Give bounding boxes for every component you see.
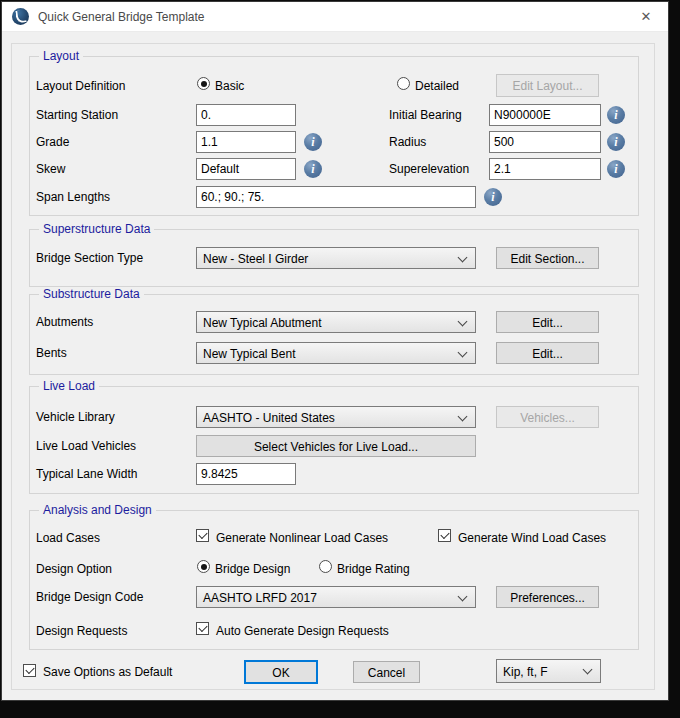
dialog-window: Quick General Bridge Template ✕ Layout S… xyxy=(2,2,668,700)
basic-radio[interactable] xyxy=(197,77,210,90)
app-icon xyxy=(12,8,29,25)
typical-lane-width-label: Typical Lane Width xyxy=(36,467,137,481)
units-combo[interactable]: Kip, ft, F xyxy=(496,659,601,683)
window-title: Quick General Bridge Template xyxy=(38,10,205,24)
superelevation-info-icon[interactable]: i xyxy=(607,160,625,178)
dialog-content: Layout Superstructure Data Substructure … xyxy=(2,32,668,699)
auto-generate-checkbox[interactable] xyxy=(196,622,209,635)
cancel-button[interactable]: Cancel xyxy=(353,661,420,683)
vehicle-library-combo[interactable]: AASHTO - United States xyxy=(196,406,476,428)
radius-label: Radius xyxy=(389,135,426,149)
save-options-checkbox[interactable] xyxy=(23,664,36,677)
basic-radio-label[interactable]: Basic xyxy=(215,79,244,93)
initial-bearing-input[interactable] xyxy=(489,104,601,126)
preferences-button[interactable]: Preferences... xyxy=(496,586,599,608)
initial-bearing-label: Initial Bearing xyxy=(389,108,462,122)
title-bar: Quick General Bridge Template ✕ xyxy=(2,2,668,32)
layout-group-title: Layout xyxy=(39,49,83,63)
close-icon[interactable]: ✕ xyxy=(624,2,668,32)
edit-layout-button: Edit Layout... xyxy=(496,74,599,97)
bridge-design-code-combo[interactable]: AASHTO LRFD 2017 xyxy=(196,586,476,608)
design-requests-label: Design Requests xyxy=(36,624,127,638)
skew-input[interactable] xyxy=(196,158,296,180)
skew-label: Skew xyxy=(36,162,65,176)
starting-station-label: Starting Station xyxy=(36,108,118,122)
abutments-combo[interactable]: New Typical Abutment xyxy=(196,311,476,333)
bridge-rating-radio[interactable] xyxy=(319,560,332,573)
grade-input[interactable] xyxy=(196,131,296,153)
grade-label: Grade xyxy=(36,135,69,149)
bents-label: Bents xyxy=(36,346,67,360)
skew-info-icon[interactable]: i xyxy=(304,160,322,178)
bridge-design-code-label: Bridge Design Code xyxy=(36,590,143,604)
bridge-section-type-combo[interactable]: New - Steel I Girder xyxy=(196,247,476,269)
superelevation-input[interactable] xyxy=(489,158,601,180)
live-load-vehicles-label: Live Load Vehicles xyxy=(36,439,136,453)
typical-lane-width-input[interactable] xyxy=(196,463,296,485)
substructure-group-title: Substructure Data xyxy=(39,287,144,301)
bridge-design-radio[interactable] xyxy=(197,560,210,573)
span-lengths-label: Span Lengths xyxy=(36,190,110,204)
span-lengths-info-icon[interactable]: i xyxy=(484,188,502,206)
analysis-group-title: Analysis and Design xyxy=(39,503,156,517)
generate-nonlinear-checkbox[interactable] xyxy=(196,529,209,542)
vehicles-button: Vehicles... xyxy=(496,406,599,428)
bridge-design-radio-label[interactable]: Bridge Design xyxy=(215,562,290,576)
grade-info-icon[interactable]: i xyxy=(304,133,322,151)
generate-wind-checkbox[interactable] xyxy=(438,529,451,542)
superelevation-label: Superelevation xyxy=(389,162,469,176)
bents-combo[interactable]: New Typical Bent xyxy=(196,342,476,364)
detailed-radio-label[interactable]: Detailed xyxy=(415,79,459,93)
abutments-label: Abutments xyxy=(36,315,93,329)
main-panel: Layout Superstructure Data Substructure … xyxy=(11,43,655,690)
ok-button[interactable]: OK xyxy=(244,660,318,684)
design-option-label: Design Option xyxy=(36,562,112,576)
generate-wind-label[interactable]: Generate Wind Load Cases xyxy=(458,531,606,545)
generate-nonlinear-label[interactable]: Generate Nonlinear Load Cases xyxy=(216,531,388,545)
load-cases-label: Load Cases xyxy=(36,531,100,545)
bridge-rating-radio-label[interactable]: Bridge Rating xyxy=(337,562,410,576)
vehicle-library-label: Vehicle Library xyxy=(36,410,115,424)
superstructure-group-title: Superstructure Data xyxy=(39,222,154,236)
select-vehicles-button[interactable]: Select Vehicles for Live Load... xyxy=(196,435,476,457)
edit-section-button[interactable]: Edit Section... xyxy=(496,247,599,269)
bridge-section-type-label: Bridge Section Type xyxy=(36,251,143,265)
live-load-group-title: Live Load xyxy=(39,379,99,393)
abutments-edit-button[interactable]: Edit... xyxy=(496,311,599,333)
detailed-radio[interactable] xyxy=(397,77,410,90)
span-lengths-input[interactable] xyxy=(196,186,476,208)
layout-definition-label: Layout Definition xyxy=(36,79,125,93)
save-options-label[interactable]: Save Options as Default xyxy=(43,665,172,679)
starting-station-input[interactable] xyxy=(196,104,296,126)
radius-input[interactable] xyxy=(489,131,601,153)
auto-generate-label[interactable]: Auto Generate Design Requests xyxy=(216,624,389,638)
radius-info-icon[interactable]: i xyxy=(607,133,625,151)
initial-bearing-info-icon[interactable]: i xyxy=(607,106,625,124)
bents-edit-button[interactable]: Edit... xyxy=(496,342,599,364)
